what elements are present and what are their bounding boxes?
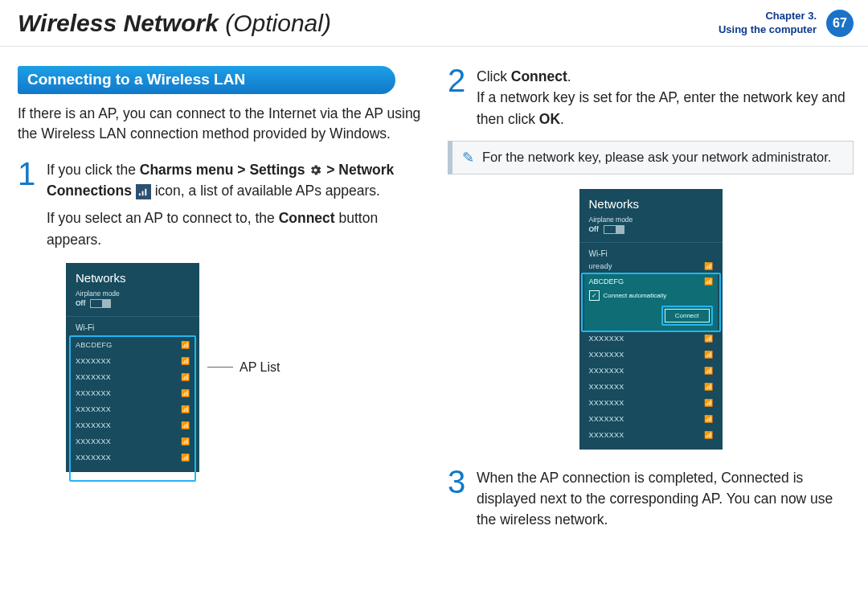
- page-title: Wireless Network (Optional): [18, 10, 331, 37]
- svg-rect-0: [139, 193, 141, 195]
- left-column: Connecting to a Wireless LAN If there is…: [18, 66, 424, 542]
- gear-icon: [309, 163, 322, 177]
- panel1-title: Networks: [66, 263, 199, 290]
- charms-path: Charms menu > Settings: [140, 162, 305, 178]
- wifi-label: Wi-Fi: [66, 318, 199, 337]
- selected-ap[interactable]: ABCDEFG📶 ✓Connect automatically Connect: [584, 274, 718, 331]
- wifi-uready[interactable]: uready📶: [579, 258, 723, 274]
- wifi-item[interactable]: XXXXXXX📶: [66, 385, 199, 401]
- wifi-item[interactable]: XXXXXXX📶: [66, 401, 199, 417]
- wifi-item[interactable]: XXXXXXX📶: [579, 411, 723, 427]
- chapter-label: Chapter 3.: [719, 10, 817, 23]
- chapter-sub: Using the computer: [719, 23, 817, 36]
- wifi-item[interactable]: ABCDEFG📶: [66, 337, 199, 353]
- connect-button[interactable]: Connect: [665, 309, 710, 322]
- signal-bars-icon: [136, 184, 151, 199]
- wifi-item[interactable]: XXXXXXX📶: [66, 433, 199, 450]
- wifi-item[interactable]: XXXXXXX📶: [66, 369, 199, 385]
- page-header: Wireless Network (Optional) Chapter 3. U…: [0, 0, 868, 47]
- title-main: Wireless Network: [18, 10, 219, 36]
- note-box: ✎ For the network key, please ask your n…: [448, 141, 854, 175]
- svg-rect-1: [141, 191, 143, 196]
- step-1-number: 1: [18, 159, 39, 250]
- airplane-off: Off: [76, 299, 85, 307]
- ap-list-label: AP List: [240, 360, 280, 375]
- header-right: Chapter 3. Using the computer 67: [719, 10, 854, 37]
- intro-text: If there is an AP, you can connect to th…: [18, 104, 424, 145]
- step-3-number: 3: [448, 467, 469, 531]
- airplane-toggle-2[interactable]: [604, 225, 624, 234]
- section-header: Connecting to a Wireless LAN: [18, 66, 395, 94]
- step-2: 2 Click Connect. If a network key is set…: [448, 66, 854, 129]
- airplane-toggle[interactable]: [90, 299, 111, 308]
- svg-rect-2: [145, 189, 146, 195]
- note-text: For the network key, please ask your net…: [482, 150, 831, 165]
- wifi-item[interactable]: XXXXXXX📶: [66, 417, 199, 433]
- wifi-item[interactable]: XXXXXXX📶: [579, 395, 723, 411]
- airplane-label: Airplane mode: [66, 290, 199, 298]
- wifi-item[interactable]: XXXXXXX📶: [579, 427, 723, 443]
- auto-connect-checkbox[interactable]: ✓: [589, 290, 600, 301]
- step-1: 1 If you click the Charms menu > Setting…: [18, 159, 424, 250]
- panel2-title: Networks: [579, 189, 723, 216]
- title-optional: (Optional): [225, 10, 331, 36]
- wifi-item[interactable]: XXXXXXX📶: [66, 353, 199, 369]
- step-3: 3 When the AP connection is completed, C…: [448, 467, 854, 531]
- wifi-item[interactable]: XXXXXXX📶: [66, 450, 199, 466]
- page-number-badge: 67: [826, 10, 854, 37]
- networks-panel-1: Networks Airplane mode Off Wi-Fi ABCDEFG…: [66, 263, 199, 472]
- wifi-item[interactable]: XXXXXXX📶: [579, 331, 723, 347]
- wifi-item[interactable]: XXXXXXX📶: [579, 379, 723, 395]
- step-2-number: 2: [448, 66, 469, 129]
- right-column: 2 Click Connect. If a network key is set…: [448, 66, 854, 542]
- wifi-item[interactable]: XXXXXXX📶: [579, 363, 723, 379]
- step-3-text: When the AP connection is completed, Con…: [477, 467, 854, 531]
- networks-panel-2: Networks Airplane mode Off Wi-Fi uready📶…: [579, 189, 723, 450]
- note-icon: ✎: [462, 149, 474, 166]
- wifi-item[interactable]: XXXXXXX📶: [579, 347, 723, 363]
